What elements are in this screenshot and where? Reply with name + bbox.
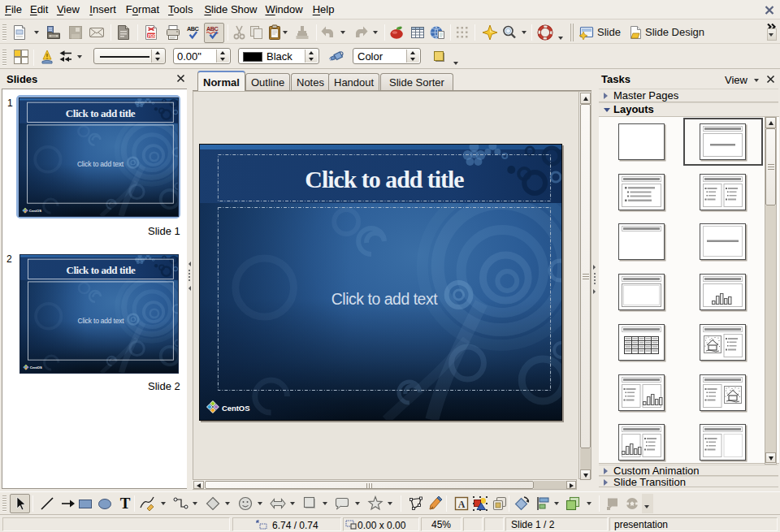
svg-text:A: A — [458, 499, 466, 510]
svg-text:T: T — [120, 495, 131, 512]
svg-text:ABC: ABC — [187, 25, 200, 32]
svg-text:PDF: PDF — [148, 33, 156, 38]
svg-text:ABC: ABC — [206, 25, 219, 32]
